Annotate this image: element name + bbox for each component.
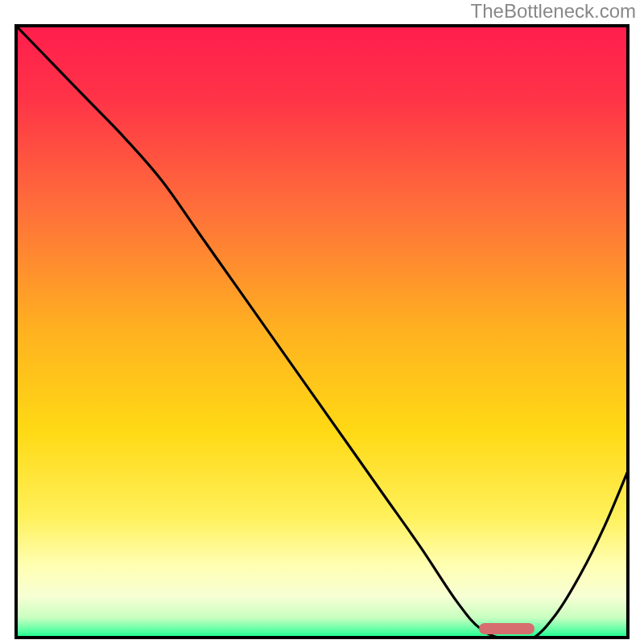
chart-container: TheBottleneck.com <box>0 0 644 644</box>
optimal-region-marker <box>479 623 535 634</box>
plot-area <box>14 24 630 639</box>
watermark-text: TheBottleneck.com <box>471 0 636 23</box>
bottleneck-curve <box>14 24 630 639</box>
